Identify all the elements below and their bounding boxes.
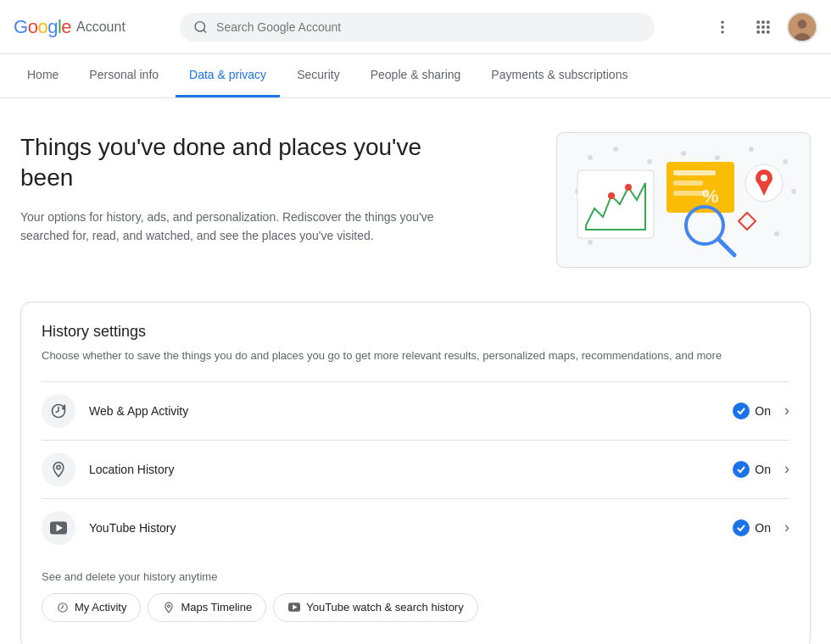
svg-point-30 [608, 192, 615, 199]
svg-point-26 [774, 231, 779, 236]
svg-rect-6 [761, 20, 764, 23]
search-icon [193, 19, 208, 35]
svg-point-20 [681, 151, 686, 156]
svg-rect-9 [761, 25, 764, 28]
web-app-icon [42, 394, 75, 428]
my-activity-link[interactable]: My Activity [42, 593, 141, 622]
location-chevron: › [784, 460, 789, 478]
svg-point-31 [625, 184, 632, 191]
svg-rect-12 [761, 31, 764, 33]
youtube-icon-container [42, 511, 75, 545]
hero-section: Things you've done and places you've bee… [20, 132, 811, 268]
activity-icon [57, 602, 69, 613]
svg-text:%: % [702, 186, 719, 207]
svg-rect-28 [577, 170, 654, 238]
youtube-history-label: YouTube watch & search history [306, 601, 463, 613]
history-settings-desc: Choose whether to save the things you do… [42, 347, 789, 364]
check-icon [736, 406, 746, 416]
illustration-svg: % [565, 141, 802, 259]
svg-rect-13 [767, 31, 769, 33]
nav-people-sharing[interactable]: People & sharing [357, 54, 475, 97]
web-app-status: On [733, 402, 771, 419]
svg-point-23 [783, 159, 788, 164]
location-icon [42, 452, 75, 486]
svg-point-2 [721, 20, 723, 23]
svg-rect-11 [757, 31, 760, 33]
youtube-history-link[interactable]: YouTube watch & search history [273, 593, 477, 622]
svg-point-17 [588, 155, 593, 160]
delete-section: See and delete your history anytime My A… [42, 557, 789, 629]
youtube-history-item[interactable]: YouTube History On › [42, 498, 789, 557]
avatar-image [789, 12, 816, 42]
svg-line-41 [718, 239, 734, 255]
youtube-status-text: On [755, 521, 771, 535]
youtube-check [733, 519, 750, 536]
main-content: Things you've done and places you've bee… [0, 98, 831, 644]
hero-description: Your options for history, ads, and perso… [20, 208, 461, 246]
svg-point-4 [721, 31, 723, 33]
apps-icon [755, 19, 772, 36]
location-label: Location History [89, 463, 733, 476]
svg-rect-8 [757, 25, 760, 28]
hero-illustration: % [556, 132, 811, 268]
more-vert-icon [714, 19, 731, 36]
svg-point-22 [749, 147, 754, 152]
web-app-status-text: On [755, 404, 771, 418]
my-activity-icon [56, 601, 70, 614]
svg-point-48 [168, 604, 170, 607]
svg-point-21 [715, 155, 720, 160]
svg-line-1 [204, 30, 206, 32]
apps-button[interactable] [746, 10, 780, 44]
location-pin-icon [50, 461, 67, 478]
youtube-quick-icon [287, 601, 301, 614]
svg-rect-7 [767, 20, 769, 23]
youtube-label: YouTube History [89, 521, 733, 535]
location-check [733, 461, 750, 478]
svg-point-18 [613, 147, 618, 152]
svg-rect-33 [673, 170, 716, 175]
web-app-activity-item[interactable]: Web & App Activity On › [42, 381, 789, 440]
location-status: On [733, 461, 771, 478]
svg-rect-34 [673, 180, 703, 186]
check-icon [736, 523, 746, 533]
location-history-item[interactable]: Location History On › [42, 440, 789, 498]
nav-payments[interactable]: Payments & subscriptions [477, 54, 641, 97]
logo: Google Account [14, 16, 166, 38]
maps-timeline-label: Maps Timeline [181, 601, 252, 613]
youtube-small-icon [288, 602, 300, 612]
web-app-label: Web & App Activity [89, 404, 733, 418]
map-pin-icon [163, 602, 175, 613]
svg-point-25 [791, 189, 796, 194]
svg-point-15 [798, 19, 807, 29]
youtube-chevron: › [784, 519, 789, 536]
maps-timeline-link[interactable]: Maps Timeline [148, 593, 266, 622]
nav-data-privacy[interactable]: Data & privacy [176, 54, 280, 97]
header-actions [706, 10, 817, 44]
header: Google Account [0, 0, 831, 54]
svg-point-39 [761, 175, 767, 181]
nav-personal-info[interactable]: Personal info [75, 54, 172, 97]
search-input[interactable] [216, 20, 641, 34]
history-settings-card: History settings Choose whether to save … [20, 302, 811, 644]
location-status-text: On [755, 463, 771, 476]
youtube-icon [50, 521, 67, 535]
svg-point-27 [588, 240, 593, 245]
more-options-button[interactable] [706, 10, 739, 44]
check-icon [736, 464, 746, 475]
svg-point-0 [195, 21, 204, 31]
hero-title: Things you've done and places you've bee… [20, 132, 461, 194]
search-bar[interactable] [180, 13, 655, 42]
avatar[interactable] [787, 12, 817, 42]
main-nav: Home Personal info Data & privacy Securi… [0, 54, 831, 98]
web-app-chevron: › [784, 402, 789, 419]
history-settings-title: History settings [42, 323, 789, 341]
nav-security[interactable]: Security [283, 54, 354, 97]
maps-timeline-icon [162, 601, 176, 614]
youtube-status: On [733, 519, 771, 536]
my-activity-label: My Activity [75, 601, 126, 613]
quick-links: My Activity Maps Timeline [42, 593, 789, 622]
svg-point-19 [647, 159, 652, 164]
hero-text: Things you've done and places you've bee… [20, 132, 461, 246]
svg-point-3 [721, 25, 723, 28]
nav-home[interactable]: Home [14, 54, 72, 97]
